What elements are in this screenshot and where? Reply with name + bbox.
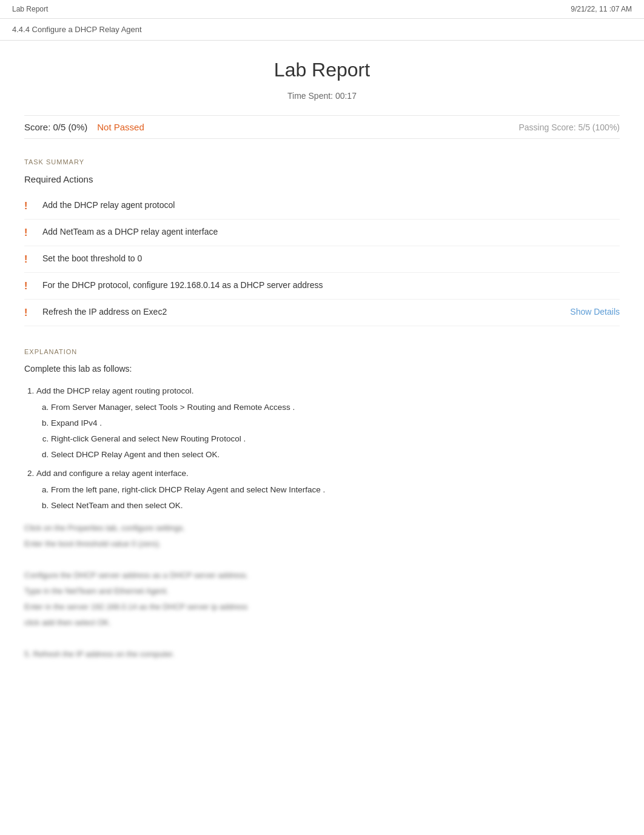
explanation-step: Add the DHCP relay agent routing protoco… (36, 384, 620, 462)
action-text: Add the DHCP relay agent protocol (42, 200, 620, 210)
action-text: Add NetTeam as a DHCP relay agent interf… (42, 227, 620, 236)
task-summary-label: TASK SUMMARY (24, 158, 620, 166)
required-actions-title: Required Actions (24, 174, 620, 184)
action-text: Refresh the IP address on Exec2 (42, 307, 548, 317)
explanation-step: Add and configure a relay agent interfac… (36, 467, 620, 513)
warning-icon: ! (24, 227, 35, 238)
app-name: Lab Report (12, 5, 48, 13)
score-text: Score: 0/5 (0%) (24, 122, 87, 132)
action-item: !For the DHCP protocol, configure 192.16… (24, 273, 620, 300)
explanation-substep: From the left pane, right-click DHCP Rel… (51, 483, 620, 497)
time-spent-label: Time Spent: 00:17 (287, 91, 357, 101)
blurred-content: Click on the Properties tab, configure s… (24, 521, 620, 662)
action-text: Set the boot threshold to 0 (42, 253, 620, 263)
action-item: !Set the boot threshold to 0 (24, 246, 620, 273)
datetime: 9/21/22, 11 :07 AM (571, 5, 632, 13)
action-item: !Add the DHCP relay agent protocol (24, 193, 620, 220)
explanation-body: Add the DHCP relay agent routing protoco… (24, 384, 620, 661)
status-badge: Not Passed (97, 122, 144, 132)
warning-icon: ! (24, 307, 35, 318)
explanation-substep: Right-click General and select New Routi… (51, 432, 620, 446)
show-details-link[interactable]: Show Details (570, 307, 620, 317)
explanation-intro: Complete this lab as follows: (24, 364, 620, 374)
report-title: Lab Report (24, 59, 620, 81)
explanation-substep: Select NetTeam and then select OK. (51, 499, 620, 513)
actions-list: !Add the DHCP relay agent protocol!Add N… (24, 193, 620, 326)
action-text: For the DHCP protocol, configure 192.168… (42, 280, 620, 290)
warning-icon: ! (24, 254, 35, 265)
warning-icon: ! (24, 201, 35, 212)
explanation-substep: Select DHCP Relay Agent and then select … (51, 448, 620, 462)
action-item: !Refresh the IP address on Exec2Show Det… (24, 300, 620, 326)
passing-score: Passing Score: 5/5 (100%) (518, 122, 620, 132)
breadcrumb: 4.4.4 Configure a DHCP Relay Agent (12, 25, 142, 34)
action-item: !Add NetTeam as a DHCP relay agent inter… (24, 220, 620, 246)
explanation-substep: From Server Manager, select Tools > Rout… (51, 401, 620, 415)
warning-icon: ! (24, 281, 35, 292)
explanation-substep: Expand IPv4 . (51, 417, 620, 431)
explanation-label: EXPLANATION (24, 348, 620, 355)
